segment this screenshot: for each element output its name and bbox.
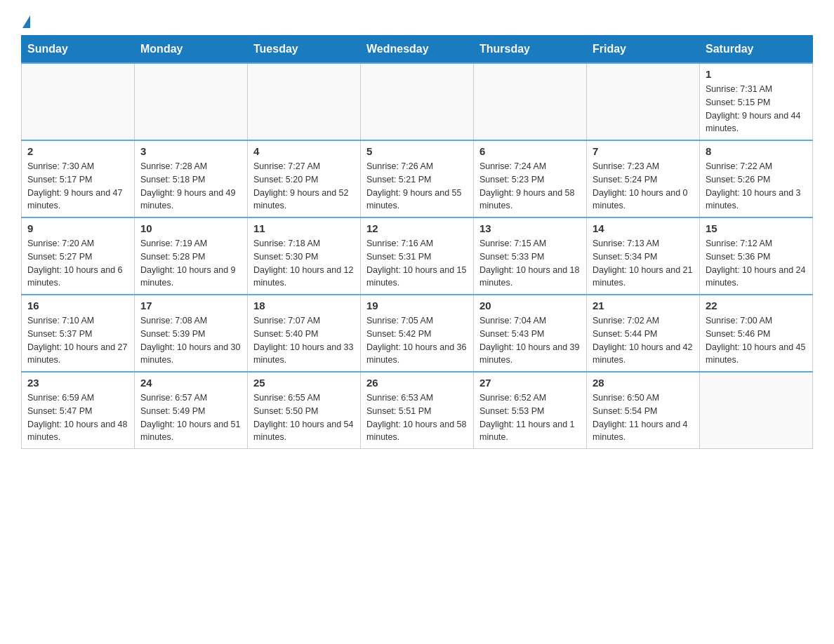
day-info: Sunrise: 6:52 AM Sunset: 5:53 PM Dayligh… — [479, 391, 581, 444]
day-number: 10 — [140, 222, 241, 234]
day-number: 15 — [706, 222, 807, 234]
day-info: Sunrise: 6:53 AM Sunset: 5:51 PM Dayligh… — [366, 391, 468, 444]
day-number: 1 — [706, 68, 807, 80]
day-number: 5 — [366, 145, 468, 157]
calendar-cell: 6Sunrise: 7:24 AM Sunset: 5:23 PM Daylig… — [474, 140, 587, 217]
day-info: Sunrise: 7:24 AM Sunset: 5:23 PM Dayligh… — [479, 160, 581, 213]
day-number: 12 — [366, 222, 468, 234]
calendar-cell: 14Sunrise: 7:13 AM Sunset: 5:34 PM Dayli… — [587, 217, 700, 295]
day-info: Sunrise: 7:08 AM Sunset: 5:39 PM Dayligh… — [140, 314, 241, 367]
day-number: 20 — [479, 300, 581, 311]
calendar-cell: 27Sunrise: 6:52 AM Sunset: 5:53 PM Dayli… — [474, 372, 587, 449]
day-number: 4 — [253, 145, 355, 157]
day-number: 9 — [27, 222, 128, 234]
calendar-cell: 11Sunrise: 7:18 AM Sunset: 5:30 PM Dayli… — [248, 217, 361, 295]
calendar-cell: 24Sunrise: 6:57 AM Sunset: 5:49 PM Dayli… — [135, 372, 248, 449]
day-info: Sunrise: 7:13 AM Sunset: 5:34 PM Dayligh… — [593, 237, 694, 290]
calendar-cell: 25Sunrise: 6:55 AM Sunset: 5:50 PM Dayli… — [248, 372, 361, 449]
calendar-cell — [248, 63, 361, 140]
calendar-cell — [361, 63, 474, 140]
day-number: 18 — [253, 300, 355, 311]
calendar-cell: 8Sunrise: 7:22 AM Sunset: 5:26 PM Daylig… — [700, 140, 813, 217]
day-info: Sunrise: 7:02 AM Sunset: 5:44 PM Dayligh… — [593, 314, 694, 367]
calendar-week-row: 23Sunrise: 6:59 AM Sunset: 5:47 PM Dayli… — [22, 372, 813, 449]
calendar-cell: 18Sunrise: 7:07 AM Sunset: 5:40 PM Dayli… — [248, 295, 361, 372]
day-info: Sunrise: 6:59 AM Sunset: 5:47 PM Dayligh… — [27, 391, 128, 444]
calendar-cell — [700, 372, 813, 449]
calendar-cell: 26Sunrise: 6:53 AM Sunset: 5:51 PM Dayli… — [361, 372, 474, 449]
calendar-cell: 3Sunrise: 7:28 AM Sunset: 5:18 PM Daylig… — [135, 140, 248, 217]
calendar-cell — [587, 63, 700, 140]
day-info: Sunrise: 7:19 AM Sunset: 5:28 PM Dayligh… — [140, 237, 241, 290]
calendar-cell: 19Sunrise: 7:05 AM Sunset: 5:42 PM Dayli… — [361, 295, 474, 372]
day-info: Sunrise: 7:20 AM Sunset: 5:27 PM Dayligh… — [27, 237, 128, 290]
col-header-thursday: Thursday — [474, 36, 587, 64]
calendar-week-row: 9Sunrise: 7:20 AM Sunset: 5:27 PM Daylig… — [22, 217, 813, 295]
col-header-monday: Monday — [135, 36, 248, 64]
calendar-cell — [135, 63, 248, 140]
calendar-cell: 20Sunrise: 7:04 AM Sunset: 5:43 PM Dayli… — [474, 295, 587, 372]
calendar-cell: 28Sunrise: 6:50 AM Sunset: 5:54 PM Dayli… — [587, 372, 700, 449]
page-header — [21, 14, 813, 28]
day-number: 16 — [27, 300, 128, 311]
day-info: Sunrise: 7:27 AM Sunset: 5:20 PM Dayligh… — [253, 160, 355, 213]
day-info: Sunrise: 7:12 AM Sunset: 5:36 PM Dayligh… — [706, 237, 807, 290]
day-number: 2 — [27, 145, 128, 157]
col-header-sunday: Sunday — [22, 36, 135, 64]
calendar-cell: 4Sunrise: 7:27 AM Sunset: 5:20 PM Daylig… — [248, 140, 361, 217]
calendar-cell: 15Sunrise: 7:12 AM Sunset: 5:36 PM Dayli… — [700, 217, 813, 295]
day-info: Sunrise: 7:16 AM Sunset: 5:31 PM Dayligh… — [366, 237, 468, 290]
calendar-cell: 16Sunrise: 7:10 AM Sunset: 5:37 PM Dayli… — [22, 295, 135, 372]
day-info: Sunrise: 6:50 AM Sunset: 5:54 PM Dayligh… — [593, 391, 694, 444]
day-number: 6 — [479, 145, 581, 157]
calendar-cell — [22, 63, 135, 140]
day-number: 21 — [593, 300, 694, 311]
day-number: 24 — [140, 377, 241, 389]
day-number: 19 — [366, 300, 468, 311]
calendar-week-row: 1Sunrise: 7:31 AM Sunset: 5:15 PM Daylig… — [22, 63, 813, 140]
day-info: Sunrise: 6:57 AM Sunset: 5:49 PM Dayligh… — [140, 391, 241, 444]
day-number: 25 — [253, 377, 355, 389]
day-number: 3 — [140, 145, 241, 157]
day-info: Sunrise: 7:26 AM Sunset: 5:21 PM Dayligh… — [366, 160, 468, 213]
calendar-cell: 23Sunrise: 6:59 AM Sunset: 5:47 PM Dayli… — [22, 372, 135, 449]
col-header-wednesday: Wednesday — [361, 36, 474, 64]
calendar-cell: 9Sunrise: 7:20 AM Sunset: 5:27 PM Daylig… — [22, 217, 135, 295]
calendar-cell: 10Sunrise: 7:19 AM Sunset: 5:28 PM Dayli… — [135, 217, 248, 295]
day-info: Sunrise: 7:18 AM Sunset: 5:30 PM Dayligh… — [253, 237, 355, 290]
calendar-cell: 21Sunrise: 7:02 AM Sunset: 5:44 PM Dayli… — [587, 295, 700, 372]
day-info: Sunrise: 7:23 AM Sunset: 5:24 PM Dayligh… — [593, 160, 694, 213]
logo-triangle-icon — [22, 15, 30, 28]
day-number: 7 — [593, 145, 694, 157]
day-info: Sunrise: 7:00 AM Sunset: 5:46 PM Dayligh… — [706, 314, 807, 367]
day-number: 17 — [140, 300, 241, 311]
calendar-cell: 13Sunrise: 7:15 AM Sunset: 5:33 PM Dayli… — [474, 217, 587, 295]
col-header-saturday: Saturday — [700, 36, 813, 64]
day-number: 13 — [479, 222, 581, 234]
calendar-cell: 2Sunrise: 7:30 AM Sunset: 5:17 PM Daylig… — [22, 140, 135, 217]
day-number: 8 — [706, 145, 807, 157]
day-info: Sunrise: 7:31 AM Sunset: 5:15 PM Dayligh… — [706, 83, 807, 135]
day-info: Sunrise: 7:22 AM Sunset: 5:26 PM Dayligh… — [706, 160, 807, 213]
day-info: Sunrise: 7:15 AM Sunset: 5:33 PM Dayligh… — [479, 237, 581, 290]
calendar-header-row: SundayMondayTuesdayWednesdayThursdayFrid… — [22, 36, 813, 64]
day-info: Sunrise: 7:07 AM Sunset: 5:40 PM Dayligh… — [253, 314, 355, 367]
calendar-cell: 12Sunrise: 7:16 AM Sunset: 5:31 PM Dayli… — [361, 217, 474, 295]
day-number: 26 — [366, 377, 468, 389]
calendar-table: SundayMondayTuesdayWednesdayThursdayFrid… — [21, 35, 813, 449]
calendar-cell: 7Sunrise: 7:23 AM Sunset: 5:24 PM Daylig… — [587, 140, 700, 217]
day-number: 14 — [593, 222, 694, 234]
calendar-cell — [474, 63, 587, 140]
logo — [21, 14, 30, 28]
day-number: 27 — [479, 377, 581, 389]
calendar-cell: 17Sunrise: 7:08 AM Sunset: 5:39 PM Dayli… — [135, 295, 248, 372]
day-number: 11 — [253, 222, 355, 234]
day-number: 22 — [706, 300, 807, 311]
day-number: 23 — [27, 377, 128, 389]
day-info: Sunrise: 7:28 AM Sunset: 5:18 PM Dayligh… — [140, 160, 241, 213]
calendar-cell: 5Sunrise: 7:26 AM Sunset: 5:21 PM Daylig… — [361, 140, 474, 217]
day-info: Sunrise: 7:05 AM Sunset: 5:42 PM Dayligh… — [366, 314, 468, 367]
day-info: Sunrise: 6:55 AM Sunset: 5:50 PM Dayligh… — [253, 391, 355, 444]
col-header-friday: Friday — [587, 36, 700, 64]
calendar-week-row: 16Sunrise: 7:10 AM Sunset: 5:37 PM Dayli… — [22, 295, 813, 372]
